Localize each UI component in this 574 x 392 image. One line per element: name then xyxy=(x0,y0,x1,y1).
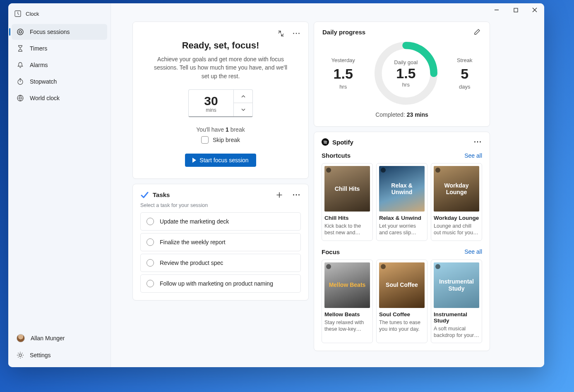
sidebar-nav: Focus sessions Timers Alarms Stopwatch xyxy=(8,22,110,108)
task-item[interactable]: Update the marketing deck xyxy=(140,212,301,231)
close-button[interactable] xyxy=(525,3,544,17)
maximize-button[interactable] xyxy=(506,3,525,17)
task-item[interactable]: Follow up with marketing on product nami… xyxy=(140,274,301,293)
focus-sessions-icon xyxy=(17,28,24,36)
playlist-desc: Lounge and chill out music for your wor… xyxy=(434,223,479,236)
svg-point-6 xyxy=(19,31,22,33)
focus-title: Ready, set, focus! xyxy=(140,40,301,51)
sidebar-item-alarms[interactable]: Alarms xyxy=(12,57,107,73)
clock-app-icon xyxy=(14,10,22,17)
timer-icon xyxy=(17,45,24,52)
minimize-button[interactable] xyxy=(487,3,506,17)
spotify-logo-icon xyxy=(322,138,329,146)
sidebar-item-stopwatch[interactable]: Stopwatch xyxy=(12,74,107,89)
tasks-hint: Select a task for your session xyxy=(140,202,301,208)
app-title-row: Clock xyxy=(8,6,110,22)
edit-button[interactable] xyxy=(473,28,481,36)
playlist-desc: The tunes to ease you into your day. xyxy=(379,319,425,333)
more-icon[interactable]: ··· xyxy=(293,29,301,38)
tasks-more-icon[interactable]: ··· xyxy=(293,191,301,199)
playlist-cover: Relax & Unwind xyxy=(379,166,425,212)
playlist-cover: Chill Hits xyxy=(324,166,370,212)
sidebar-item-label: Alarms xyxy=(30,62,48,68)
spotify-more-icon[interactable]: ··· xyxy=(474,138,482,146)
see-all-link[interactable]: See all xyxy=(464,152,482,159)
spotify-section-title: Focus xyxy=(322,248,340,255)
gear-icon xyxy=(17,351,24,359)
task-label: Finalize the weekly report xyxy=(160,239,226,245)
alarm-icon xyxy=(17,61,24,69)
playlist-title: Workday Lounge xyxy=(434,215,479,221)
svg-rect-1 xyxy=(514,8,518,12)
start-focus-button[interactable]: Start focus session xyxy=(185,154,256,167)
skip-break-checkbox[interactable] xyxy=(201,136,209,144)
task-radio[interactable] xyxy=(147,218,154,225)
progress-ring: Daily goal 1.5 hrs xyxy=(373,40,439,106)
app-window: Clock Focus sessions Timers Alarms xyxy=(8,3,544,367)
world-clock-icon xyxy=(17,94,24,102)
increment-button[interactable] xyxy=(234,90,252,103)
add-task-button[interactable] xyxy=(275,191,283,199)
focus-subtitle: Achieve your goals and get more done wit… xyxy=(140,55,301,80)
playlist-row-shortcuts: Chill Hits Chill Hits Kick back to the b… xyxy=(322,163,482,241)
spotify-card: Spotify ··· Shortcuts See all Chill Hits… xyxy=(314,132,490,351)
duration-stepper[interactable]: 30 mins xyxy=(188,89,253,117)
playlist-card[interactable]: Instrumental Study Instrumental Study A … xyxy=(431,260,482,344)
play-icon xyxy=(192,158,196,163)
playlist-desc: Kick back to the best new and rece… xyxy=(324,223,370,236)
playlist-cover: Soul Coffee xyxy=(379,262,425,308)
titlebar-controls xyxy=(487,3,544,17)
completed-text: Completed: 23 mins xyxy=(322,111,481,118)
tasks-card: Tasks ··· Select a task for your session… xyxy=(132,184,309,301)
task-label: Review the product spec xyxy=(160,260,223,266)
stat-streak: Streak 5 days xyxy=(457,57,473,90)
duration-value: 30 xyxy=(204,94,218,108)
sidebar-item-label: Stopwatch xyxy=(30,78,57,85)
decrement-button[interactable] xyxy=(234,103,252,116)
settings-item[interactable]: Settings xyxy=(12,347,107,363)
sidebar-item-label: Focus sessions xyxy=(30,29,70,35)
playlist-card[interactable]: Mellow Beats Mellow Beats Stay relaxed w… xyxy=(322,260,373,344)
collapse-icon[interactable] xyxy=(277,29,285,38)
daily-progress-card: Daily progress Yesterday 1.5 hrs xyxy=(314,22,490,127)
spotify-section-title: Shortcuts xyxy=(322,152,351,159)
sidebar-item-world-clock[interactable]: World clock xyxy=(12,90,107,106)
task-radio[interactable] xyxy=(147,280,154,287)
spotify-brand: Spotify xyxy=(322,138,353,146)
tasks-icon xyxy=(140,191,149,199)
task-list: Update the marketing deck Finalize the w… xyxy=(140,212,301,293)
main-content: ··· Ready, set, focus! Achieve your goal… xyxy=(111,3,544,367)
playlist-cover: Mellow Beats xyxy=(324,262,370,308)
playlist-card[interactable]: Soul Coffee Soul Coffee The tunes to eas… xyxy=(376,260,427,344)
task-item[interactable]: Review the product spec xyxy=(140,254,301,272)
playlist-card[interactable]: Workday Lounge Workday Lounge Lounge and… xyxy=(431,163,482,241)
task-item[interactable]: Finalize the weekly report xyxy=(140,233,301,251)
stopwatch-icon xyxy=(17,78,24,85)
sidebar-item-focus-sessions[interactable]: Focus sessions xyxy=(12,24,107,40)
playlist-desc: A soft musical backdrop for your … xyxy=(434,325,479,339)
user-account-item[interactable]: Allan Munger xyxy=(12,330,107,346)
focus-session-card: ··· Ready, set, focus! Achieve your goal… xyxy=(132,22,309,179)
task-label: Follow up with marketing on product nami… xyxy=(160,280,273,287)
svg-point-5 xyxy=(17,29,23,35)
playlist-card[interactable]: Chill Hits Chill Hits Kick back to the b… xyxy=(322,163,373,241)
app-title: Clock xyxy=(26,11,39,17)
playlist-card[interactable]: Relax & Unwind Relax & Unwind Let your w… xyxy=(376,163,427,241)
daily-progress-title: Daily progress xyxy=(322,29,365,36)
settings-label: Settings xyxy=(30,352,51,358)
user-name: Allan Munger xyxy=(31,335,65,341)
see-all-link[interactable]: See all xyxy=(464,248,482,255)
sidebar: Clock Focus sessions Timers Alarms xyxy=(8,3,111,367)
skip-break-label: Skip break xyxy=(213,137,240,143)
playlist-title: Chill Hits xyxy=(324,215,370,221)
sidebar-item-timers[interactable]: Timers xyxy=(12,41,107,56)
playlist-title: Instrumental Study xyxy=(434,311,479,324)
playlist-cover: Workday Lounge xyxy=(434,166,479,212)
playlist-cover: Instrumental Study xyxy=(434,262,479,308)
task-radio[interactable] xyxy=(147,238,154,246)
playlist-row-focus: Mellow Beats Mellow Beats Stay relaxed w… xyxy=(322,260,482,344)
svg-point-9 xyxy=(19,354,22,356)
playlist-title: Relax & Unwind xyxy=(379,215,425,221)
task-radio[interactable] xyxy=(147,259,154,267)
tasks-title: Tasks xyxy=(153,191,271,198)
